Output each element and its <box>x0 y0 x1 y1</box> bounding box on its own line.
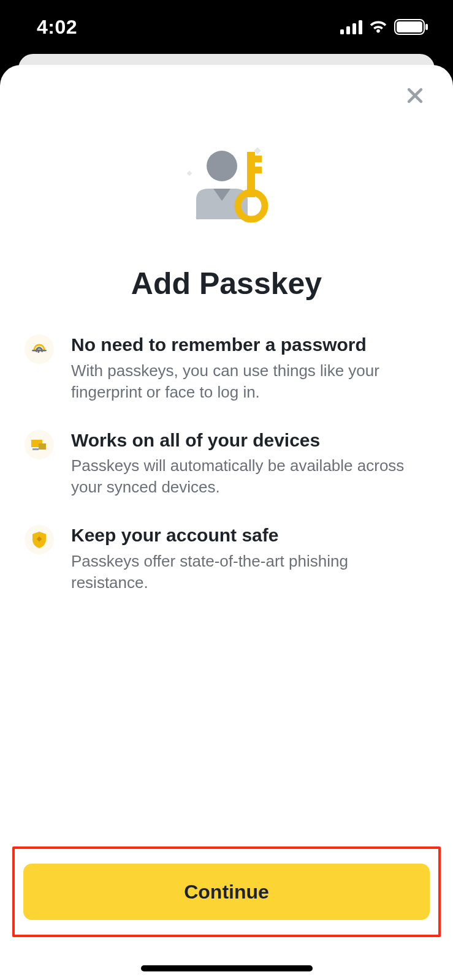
cellular-icon <box>340 20 362 34</box>
svg-rect-6 <box>425 24 428 30</box>
feature-desc: With passkeys, you can use things like y… <box>71 360 428 403</box>
svg-rect-2 <box>352 23 356 34</box>
continue-highlight: Continue <box>12 846 441 937</box>
svg-rect-19 <box>39 443 46 450</box>
svg-rect-15 <box>247 156 262 162</box>
close-button[interactable] <box>402 83 428 110</box>
status-icons <box>340 19 428 35</box>
home-indicator <box>141 965 313 971</box>
battery-icon <box>394 19 428 35</box>
svg-rect-3 <box>359 20 362 34</box>
wifi-icon <box>368 20 388 34</box>
svg-rect-20 <box>32 448 39 450</box>
feature-item-safe: Keep your account safe Passkeys offer st… <box>25 524 428 619</box>
feature-title: No need to remember a password <box>71 333 428 356</box>
shield-icon <box>25 525 54 554</box>
feature-title: Keep your account safe <box>71 524 428 547</box>
feature-list: No need to remember a password With pass… <box>25 333 428 619</box>
modal-sheet: Add Passkey No need to remember a passwo… <box>0 65 453 980</box>
devices-icon <box>25 430 54 459</box>
svg-rect-9 <box>254 147 261 154</box>
feature-desc: Passkeys will automatically be available… <box>71 455 428 498</box>
status-bar: 4:02 <box>0 0 453 54</box>
hero-illustration <box>25 145 428 230</box>
svg-rect-0 <box>340 29 344 34</box>
close-icon <box>405 85 425 108</box>
svg-rect-1 <box>346 26 350 34</box>
svg-rect-16 <box>247 167 262 173</box>
status-time: 4:02 <box>37 16 77 39</box>
svg-rect-5 <box>397 21 422 32</box>
user-key-icon <box>178 145 276 230</box>
fingerprint-icon <box>25 334 54 364</box>
feature-item-no-password: No need to remember a password With pass… <box>25 333 428 429</box>
feature-item-devices: Works on all of your devices Passkeys wi… <box>25 429 428 524</box>
continue-button[interactable]: Continue <box>23 864 430 920</box>
page-title: Add Passkey <box>25 266 428 301</box>
svg-rect-10 <box>186 171 191 176</box>
feature-desc: Passkeys offer state-of-the-art phishing… <box>71 551 428 594</box>
feature-title: Works on all of your devices <box>71 429 428 452</box>
svg-point-12 <box>207 151 237 181</box>
